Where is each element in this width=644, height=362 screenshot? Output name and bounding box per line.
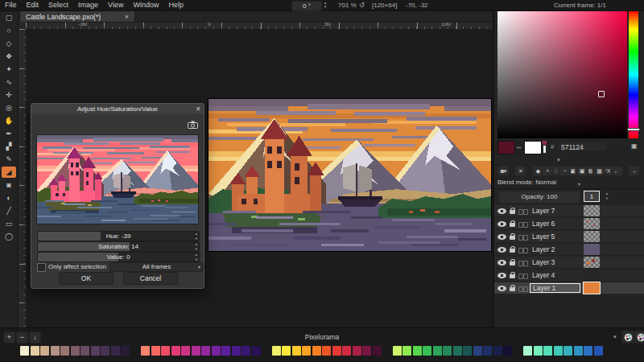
palette-swatch[interactable] <box>393 346 402 356</box>
tool-move[interactable]: ✛ <box>2 89 16 101</box>
palette-name-dropdown[interactable]: Pixelorama <box>0 333 644 341</box>
cel-toggle-icon[interactable] <box>523 222 528 228</box>
palette-swatch[interactable] <box>523 346 532 356</box>
value-slider[interactable]: Value: 0 ▴▾ <box>37 252 200 262</box>
duplicate-layer-icon[interactable]: ▣ <box>576 166 588 176</box>
palette-swatch[interactable] <box>584 346 592 356</box>
opacity-spinner[interactable]: Opacity: 100 <box>498 191 580 204</box>
eye-icon[interactable] <box>497 286 506 291</box>
layer-thumbnail[interactable] <box>584 244 600 255</box>
palette-swatch[interactable] <box>402 346 411 356</box>
layer-name[interactable]: Layer 4 <box>530 270 583 280</box>
add-layer-icon[interactable]: + <box>542 166 554 176</box>
eye-icon[interactable] <box>497 247 506 253</box>
layer-row-5[interactable]: Layer 5 <box>494 231 644 242</box>
palette-swatch[interactable] <box>60 346 69 356</box>
menu-edit[interactable]: Edit <box>22 0 44 10</box>
palette-swatch[interactable] <box>20 346 29 356</box>
move-layer-left-icon[interactable]: ← <box>611 166 623 176</box>
palette-swatch[interactable] <box>463 346 472 356</box>
tool-bucket[interactable]: ◙ <box>2 179 16 191</box>
transform-icon[interactable]: ✕ <box>514 166 526 176</box>
tool-color-picker[interactable]: ✒ <box>2 128 16 139</box>
snapshot-camera-icon[interactable] <box>188 117 198 132</box>
saturation-spin-up-icon[interactable]: ▴ <box>196 242 197 246</box>
edit-palette-icon[interactable] <box>621 331 634 343</box>
menu-help[interactable]: Help <box>163 0 188 10</box>
tool-ellipse[interactable]: ◯ <box>2 231 16 242</box>
layer-thumbnail[interactable] <box>584 218 600 229</box>
layer-name[interactable]: Layer 6 <box>530 219 583 228</box>
saturation-spin-down-icon[interactable]: ▾ <box>196 247 197 251</box>
cancel-button[interactable]: Cancel <box>123 272 178 285</box>
palette-swatch[interactable] <box>272 346 281 356</box>
menu-file[interactable]: File <box>0 0 22 10</box>
palette-swatch[interactable] <box>292 346 301 356</box>
primary-color-swatch[interactable] <box>497 141 515 154</box>
menu-image[interactable]: Image <box>73 0 103 10</box>
lock-icon[interactable] <box>510 274 515 278</box>
layer-thumbnail[interactable] <box>584 205 600 216</box>
palette-swatch[interactable] <box>413 346 422 356</box>
secondary-color-swatch[interactable] <box>524 141 542 154</box>
palette-swatch[interactable] <box>181 346 190 356</box>
palette-swatch[interactable] <box>111 346 120 356</box>
tool-crop[interactable]: ▞ <box>2 141 16 152</box>
eye-icon[interactable] <box>497 260 506 265</box>
palette-swatch[interactable] <box>171 346 180 356</box>
rotation-spinner[interactable]: 0 ° <box>291 1 322 11</box>
palette-swatch[interactable] <box>433 346 442 356</box>
lock-icon[interactable] <box>510 210 515 214</box>
palette-swatch[interactable] <box>40 346 49 356</box>
tool-magic-wand[interactable]: ✦ <box>2 64 16 75</box>
tool-pan[interactable]: ✋ <box>2 115 16 126</box>
palette-swatch[interactable] <box>594 346 603 356</box>
lock-icon[interactable] <box>510 287 515 291</box>
layer-row-6[interactable]: Layer 6 <box>494 218 644 229</box>
rotation-spin-down-icon[interactable]: ▾ <box>322 5 328 9</box>
palette-swatch[interactable] <box>121 346 130 356</box>
palette-swatch[interactable] <box>212 346 221 356</box>
tool-zoom[interactable]: ◎ <box>2 102 16 113</box>
dialog-title[interactable]: Adjust Hue/Saturation/Value <box>31 104 204 114</box>
layer-row-2[interactable]: Layer 2 <box>494 244 644 255</box>
lock-icon[interactable] <box>510 236 515 240</box>
tab-close-icon[interactable]: × <box>125 13 129 21</box>
palette-swatch[interactable] <box>534 346 543 356</box>
palette-swatch[interactable] <box>101 346 109 356</box>
cel-toggle-icon[interactable] <box>523 248 528 253</box>
frame-1-header[interactable]: 1 <box>584 191 600 202</box>
eye-icon[interactable] <box>497 273 506 278</box>
sv-cursor[interactable] <box>598 91 605 97</box>
palette-swatch[interactable] <box>51 346 60 356</box>
palette-swatch[interactable] <box>362 346 371 356</box>
hue-spin-up-icon[interactable]: ▴ <box>196 232 197 236</box>
zoom-reset-icon[interactable]: ↺ <box>359 2 365 9</box>
palette-swatch[interactable] <box>151 346 160 356</box>
lock-icon[interactable] <box>510 223 515 227</box>
palette-swatch[interactable] <box>423 346 431 356</box>
layer-thumbnail[interactable] <box>584 231 600 242</box>
tool-pencil[interactable]: ✎ <box>2 154 16 165</box>
layer-row-3[interactable]: Layer 3 <box>494 257 644 268</box>
hex-input[interactable]: 571124 <box>557 141 607 152</box>
cel-toggle-icon[interactable] <box>523 261 528 266</box>
layer-thumbnail[interactable] <box>584 269 600 281</box>
layer-row-7[interactable]: Layer 7 <box>494 205 644 216</box>
palette-swatch[interactable] <box>493 346 502 356</box>
color-options-icon[interactable]: ▣ <box>631 142 638 150</box>
palette-swatch[interactable] <box>483 346 492 356</box>
tool-lasso[interactable]: ∿ <box>2 76 16 88</box>
only-affect-selection-checkbox[interactable] <box>37 263 46 272</box>
saturation-value-picker[interactable] <box>497 10 627 138</box>
tool-rectangle-select[interactable]: ▢ <box>2 12 16 23</box>
palette-swatch[interactable] <box>312 346 321 356</box>
palette-swatch[interactable] <box>252 346 261 356</box>
palette-swatch[interactable] <box>192 346 200 356</box>
lock-icon[interactable] <box>510 249 515 253</box>
palette-swatch[interactable] <box>373 346 382 356</box>
tool-rectangle[interactable]: ▭ <box>2 218 16 229</box>
tab-castle-landscape[interactable]: Castle Landscape.pxo(*) × <box>21 10 134 22</box>
palette-swatch[interactable] <box>332 346 341 356</box>
palette-swatch[interactable] <box>503 346 512 356</box>
